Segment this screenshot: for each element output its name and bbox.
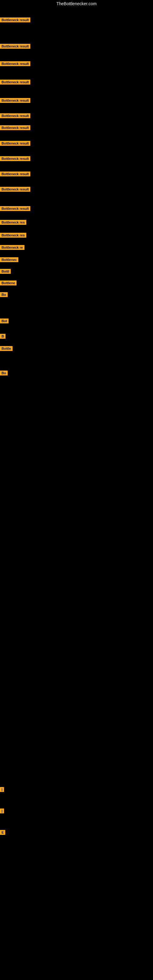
bottleneck-badge-2: Bottleneck result — [0, 44, 30, 49]
bottleneck-badge-23: Bo — [0, 371, 8, 375]
bottleneck-badge-6: Bottleneck result — [0, 113, 30, 118]
bottleneck-badge-26: E — [0, 830, 5, 835]
bottleneck-badge-5: Bottleneck result — [0, 98, 30, 103]
bottleneck-badge-17: Bottl — [0, 269, 11, 274]
bottleneck-badge-16: Bottlenec — [0, 257, 18, 262]
bottleneck-badge-1: Bottleneck result — [0, 18, 30, 22]
bottleneck-badge-11: Bottleneck result — [0, 187, 30, 192]
bottleneck-badge-25: | — [0, 808, 4, 813]
bottleneck-badge-21: B — [0, 334, 5, 339]
bottleneck-badge-20: Bot — [0, 318, 9, 323]
bottleneck-badge-9: Bottleneck result — [0, 156, 30, 161]
bottleneck-badge-4: Bottleneck result — [0, 80, 30, 84]
bottleneck-badge-8: Bottleneck result — [0, 141, 30, 146]
site-title: TheBottlenecker.com — [0, 0, 153, 7]
bottleneck-badge-12: Bottleneck result — [0, 206, 30, 211]
bottleneck-badge-13: Bottleneck res — [0, 220, 26, 225]
bottleneck-badge-19: Bo — [0, 292, 8, 297]
bottleneck-badge-3: Bottleneck result — [0, 61, 30, 66]
bottleneck-badge-10: Bottleneck result — [0, 172, 30, 177]
bottleneck-badge-22: Bottle — [0, 346, 13, 351]
bottleneck-badge-15: Bottleneck re — [0, 245, 24, 250]
bottleneck-badge-18: Bottlene — [0, 280, 16, 285]
bottleneck-badge-24: | — [0, 787, 4, 792]
bottleneck-badge-14: Bottleneck res — [0, 233, 26, 238]
bottleneck-badge-7: Bottleneck result — [0, 125, 30, 130]
